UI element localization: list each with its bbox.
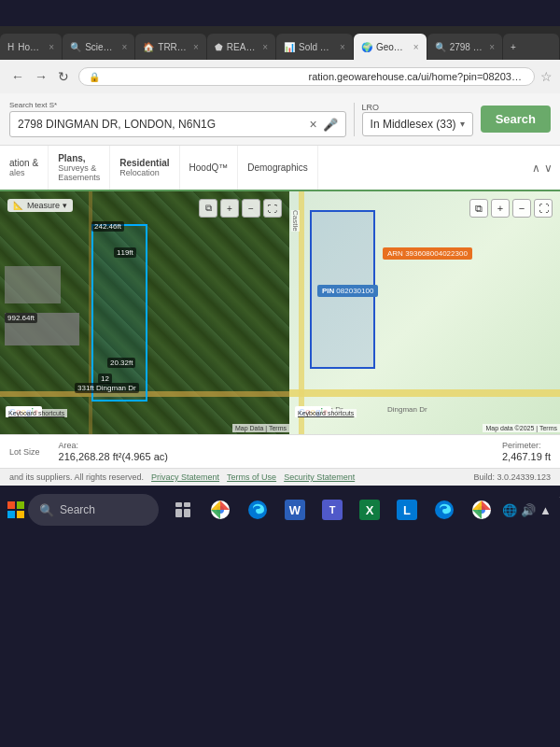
map-copy-button[interactable]: ⧉ — [199, 199, 217, 218]
map-fullscreen-button[interactable]: ⛶ — [263, 199, 282, 218]
taskbar-app-taskview[interactable] — [166, 493, 200, 527]
tab-2798d-close[interactable]: × — [489, 42, 495, 52]
page-footer: and its suppliers. All rights reserved. … — [0, 468, 560, 486]
menu-up-arrow-icon: ∧ — [532, 162, 540, 175]
menu-item-residential[interactable]: Residential Relocation — [110, 146, 179, 190]
footer-privacy-link[interactable]: Privacy Statement — [151, 472, 219, 482]
battery-icon[interactable]: ▲ — [539, 503, 552, 517]
dingman-road-label-center: Dingman Dr — [387, 405, 427, 414]
search-input-box[interactable]: 2798 DINGMAN DR, LONDON, N6N1G × 🎤 — [9, 111, 346, 137]
menu-bar: ation & ales Plans, Surveys &Easements R… — [0, 146, 560, 191]
taskbar-app-lists[interactable]: L — [390, 493, 424, 527]
taskbar-app-chrome[interactable] — [203, 493, 237, 527]
taskbar-app-edge2[interactable] — [427, 493, 461, 527]
system-tray-icons: 🌐 🔊 ▲ — [502, 503, 552, 517]
tab-geow-close[interactable]: × — [413, 42, 419, 52]
menu-item-plans-label: Plans, — [58, 153, 100, 163]
address-bar[interactable]: 🔒 ration.geowarehouse.ca/ui/home?pin=082… — [78, 67, 535, 86]
tab-soldst[interactable]: 📊 Sold St... × — [276, 34, 353, 60]
taskbar-app-chrome2[interactable] — [465, 493, 498, 527]
measurement-dingman: 331ft Dingman Dr — [75, 383, 139, 393]
tab-geow[interactable]: 🌍 GeoW... × — [354, 34, 427, 60]
taskbar-app-word[interactable]: W — [278, 493, 312, 527]
map-container: 242.46ft 119ft 992.64ft 20.32ft 12 331ft… — [0, 191, 560, 434]
right-lot-map[interactable]: Castle Dingman Dr Dingman Dr PIN 0820301… — [289, 191, 560, 434]
lro-label: LRO — [362, 103, 473, 112]
menu-item-hoodq[interactable]: HoodQ™ — [180, 146, 239, 190]
tab-geow-label: GeoW... — [376, 42, 408, 52]
forward-button[interactable]: → — [31, 67, 51, 86]
tab-new[interactable]: + — [503, 34, 559, 60]
svg-rect-0 — [7, 501, 15, 509]
terms-label[interactable]: Terms — [269, 425, 287, 431]
taskbar-app-edge[interactable] — [241, 493, 274, 527]
search-clear-button[interactable]: × — [309, 117, 316, 132]
menu-item-hoodq-label: HoodQ™ — [189, 162, 229, 173]
tab-soldst-favicon: 📊 — [284, 42, 295, 52]
map-zoom-out-button[interactable]: − — [242, 199, 260, 218]
search-section: Search text S* 2798 DINGMAN DR, LONDON, … — [0, 93, 560, 146]
tab-science[interactable]: 🔍 Science × — [63, 34, 134, 60]
keyboard-shortcuts-left[interactable]: Keyboard shortcuts — [6, 409, 67, 417]
footer-terms-link[interactable]: Terms of Use — [227, 472, 276, 482]
property-info-bar: Lot Size Area: 216,268.28 ft²(4.965 ac) … — [0, 434, 560, 468]
tab-honey-close[interactable]: × — [49, 42, 54, 52]
lro-dropdown[interactable]: In Middlesex (33) ▾ — [362, 112, 473, 136]
map-zoom-in-button[interactable]: + — [220, 199, 239, 218]
footer-security-link[interactable]: Security Statement — [284, 472, 355, 482]
tab-realm-close[interactable]: × — [262, 42, 268, 52]
street-map-background: Castle Dingman Dr Dingman Dr PIN 0820301… — [289, 191, 560, 434]
lro-dropdown-arrow-icon: ▾ — [460, 119, 465, 129]
taskbar-search-box[interactable]: 🔍 Search — [28, 494, 159, 526]
measurement-left: 992.64ft — [5, 313, 37, 323]
search-divider — [354, 103, 355, 136]
menu-item-demographics[interactable]: Demographics — [238, 146, 317, 190]
right-map-zoom-in-button[interactable]: + — [491, 199, 510, 218]
menu-scroll-arrows[interactable]: ∧ ∨ — [525, 146, 560, 190]
refresh-button[interactable]: ↻ — [54, 67, 73, 86]
tab-2798d[interactable]: 🔍 2798 d... × — [427, 34, 502, 60]
tab-trreb-favicon: 🏠 — [143, 42, 154, 52]
search-input-wrapper: Search text S* 2798 DINGMAN DR, LONDON, … — [9, 101, 346, 137]
svg-rect-5 — [184, 502, 190, 507]
windows-start-button[interactable] — [7, 495, 24, 525]
menu-item-plans[interactable]: Plans, Surveys &Easements — [49, 146, 110, 190]
keyboard-shortcuts-right[interactable]: Keyboard shortcuts — [295, 409, 357, 417]
perimeter-item: Perimeter: 2,467.19 ft — [502, 441, 551, 462]
map-data-label: Map Data — [235, 425, 263, 431]
area-label: Area: — [59, 441, 168, 450]
teams-icon: T — [322, 500, 343, 520]
right-map-zoom-out-button[interactable]: − — [512, 199, 531, 218]
pin-label: PIN — [322, 287, 334, 295]
left-satellite-map[interactable]: 242.46ft 119ft 992.64ft 20.32ft 12 331ft… — [0, 191, 289, 434]
measure-tool-bar[interactable]: 📐 Measure ▾ — [7, 199, 73, 212]
menu-item-ation[interactable]: ation & ales — [0, 146, 49, 190]
tab-trreb-close[interactable]: × — [193, 42, 199, 52]
taskbar-app-excel[interactable]: X — [353, 493, 386, 527]
volume-icon[interactable]: 🔊 — [521, 503, 536, 517]
network-icon[interactable]: 🌐 — [502, 503, 517, 517]
tab-trreb[interactable]: 🏠 TRREB × — [135, 34, 206, 60]
measure-label: Measure ▾ — [27, 201, 67, 210]
taskbar-app-teams[interactable]: T — [315, 493, 349, 527]
tab-realm[interactable]: ⬟ REALM × — [207, 34, 275, 60]
right-map-fullscreen-button[interactable]: ⛶ — [534, 199, 553, 218]
measurement-top: 242.46ft — [91, 221, 124, 232]
back-button[interactable]: ← — [7, 67, 28, 86]
tab-geow-favicon: 🌍 — [361, 42, 372, 52]
search-button[interactable]: Search — [481, 106, 551, 133]
tab-science-close[interactable]: × — [121, 42, 127, 52]
tab-honey[interactable]: H Honey × — [0, 34, 62, 60]
tab-soldst-close[interactable]: × — [340, 42, 345, 52]
menu-item-ation-label: ation & — [9, 158, 38, 168]
lot-size-item: Lot Size — [9, 447, 40, 457]
excel-icon: X — [359, 500, 380, 520]
terms-right[interactable]: Terms — [539, 425, 557, 431]
taskbar-search-icon: 🔍 — [39, 503, 54, 517]
measure-icon: 📐 — [13, 201, 23, 210]
search-mic-button[interactable]: 🎤 — [323, 118, 338, 132]
right-map-copy-button[interactable]: ⧉ — [469, 199, 488, 218]
bookmark-star-icon[interactable]: ☆ — [540, 69, 553, 84]
browser-tab-bar: H Honey × 🔍 Science × 🏠 TRREB × ⬟ REALM … — [0, 26, 560, 60]
lro-value: In Middlesex (33) — [371, 118, 456, 131]
